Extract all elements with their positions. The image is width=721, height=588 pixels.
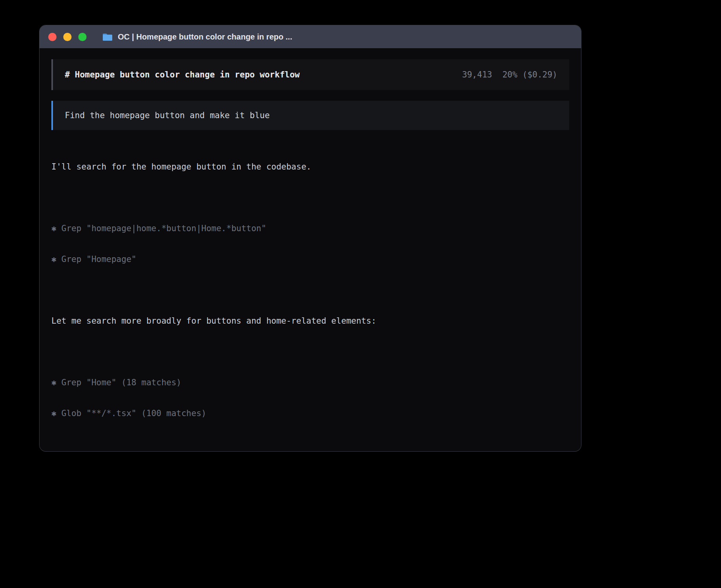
tool-call-grep: ✱ Grep "Home" (18 matches): [51, 377, 569, 388]
session-stats: 39,413 20% ($0.29): [462, 70, 557, 80]
session-title: # Homepage button color change in repo w…: [65, 70, 300, 80]
close-button[interactable]: [48, 33, 57, 41]
session-header: # Homepage button color change in repo w…: [51, 59, 569, 90]
folder-icon: [102, 33, 113, 41]
terminal-content: # Homepage button color change in repo w…: [40, 48, 581, 451]
terminal-window: OC | Homepage button color change in rep…: [40, 25, 581, 451]
assistant-paragraph: Let me search more broadly for buttons a…: [51, 295, 569, 347]
tool-call-glob: ✱ Glob "**/*.tsx" (100 matches): [51, 408, 569, 418]
tool-call-group: ✱ Grep "Home" (18 matches) ✱ Glob "**/*.…: [51, 357, 569, 439]
user-message-text: Find the homepage button and make it blu…: [65, 110, 270, 121]
assistant-text-line: I'll search for the homepage button in t…: [51, 162, 569, 172]
minimize-button[interactable]: [63, 33, 72, 41]
assistant-paragraph: I'll search for the homepage button in t…: [51, 141, 569, 192]
tool-call-grep: ✱ Grep "Homepage": [51, 254, 569, 264]
token-count: 39,413: [462, 70, 492, 80]
assistant-text-line: Let me search more broadly for buttons a…: [51, 316, 569, 326]
window-titlebar[interactable]: OC | Homepage button color change in rep…: [40, 25, 581, 48]
tool-call-grep: ✱ Grep "homepage|home.*button|Home.*butt…: [51, 223, 569, 234]
zoom-button[interactable]: [78, 33, 87, 41]
user-message: Find the homepage button and make it blu…: [51, 101, 569, 130]
assistant-paragraph: I found several "Home" links. Let me loo…: [51, 449, 569, 451]
window-title: OC | Homepage button color change in rep…: [118, 32, 292, 41]
tool-call-group: ✱ Grep "homepage|home.*button|Home.*butt…: [51, 203, 569, 285]
traffic-lights: [48, 33, 87, 41]
context-usage: 20% ($0.29): [502, 70, 557, 80]
